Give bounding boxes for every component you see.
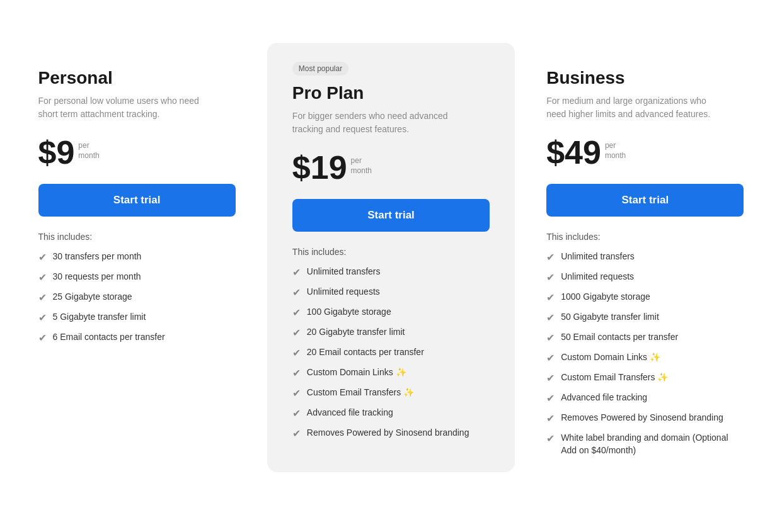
feature-text-personal-3: 5 Gigabyte transfer limit	[53, 311, 146, 324]
check-icon: ✔	[546, 433, 555, 444]
feature-item-pro-1: ✔ Unlimited requests	[292, 286, 490, 298]
feature-item-personal-0: ✔ 30 transfers per month	[38, 251, 236, 263]
check-icon: ✔	[292, 266, 301, 278]
feature-text-pro-1: Unlimited requests	[307, 286, 380, 298]
feature-text-personal-1: 30 requests per month	[53, 271, 141, 283]
check-icon: ✔	[546, 312, 555, 324]
feature-item-business-3: ✔ 50 Gigabyte transfer limit	[546, 311, 744, 324]
includes-label-personal: This includes:	[38, 232, 236, 242]
feature-text-business-3: 50 Gigabyte transfer limit	[561, 311, 659, 324]
start-trial-button-business[interactable]: Start trial	[546, 184, 744, 217]
check-icon: ✔	[546, 271, 555, 283]
feature-list-personal: ✔ 30 transfers per month ✔ 30 requests p…	[38, 251, 236, 344]
check-icon: ✔	[38, 271, 47, 283]
check-icon: ✔	[38, 251, 47, 263]
feature-item-business-5: ✔ Custom Domain Links ✨	[546, 351, 744, 364]
feature-text-pro-2: 100 Gigabyte storage	[307, 306, 391, 319]
feature-item-personal-2: ✔ 25 Gigabyte storage	[38, 291, 236, 303]
check-icon: ✔	[292, 427, 301, 439]
price-row-personal: $9 per month	[38, 136, 236, 169]
feature-text-business-2: 1000 Gigabyte storage	[561, 291, 650, 303]
check-icon: ✔	[546, 251, 555, 263]
feature-text-personal-0: 30 transfers per month	[53, 251, 142, 263]
feature-item-business-8: ✔ Removes Powered by Sinosend branding	[546, 412, 744, 424]
feature-text-business-8: Removes Powered by Sinosend branding	[561, 412, 723, 424]
most-popular-badge: Most popular	[292, 62, 348, 76]
check-icon: ✔	[38, 291, 47, 303]
feature-item-business-2: ✔ 1000 Gigabyte storage	[546, 291, 744, 303]
check-icon: ✔	[546, 392, 555, 404]
feature-item-pro-3: ✔ 20 Gigabyte transfer limit	[292, 326, 490, 339]
price-row-business: $49 per month	[546, 136, 744, 169]
pricing-container: PersonalFor personal low volume users wh…	[13, 49, 769, 483]
check-icon: ✔	[38, 312, 47, 324]
price-period-business: per month	[605, 141, 626, 161]
plan-name-personal: Personal	[38, 68, 236, 88]
feature-text-pro-6: Custom Email Transfers ✨	[307, 387, 414, 399]
plan-card-pro: Most popularPro PlanFor bigger senders w…	[267, 43, 515, 472]
feature-list-business: ✔ Unlimited transfers ✔ Unlimited reques…	[546, 251, 744, 456]
check-icon: ✔	[546, 412, 555, 424]
feature-text-business-7: Advanced file tracking	[561, 392, 647, 404]
check-icon: ✔	[546, 372, 555, 384]
plan-name-business: Business	[546, 68, 744, 88]
feature-item-pro-7: ✔ Advanced file tracking	[292, 407, 490, 419]
check-icon: ✔	[292, 387, 301, 399]
feature-text-business-9: White label branding and domain (Optiona…	[561, 432, 744, 456]
feature-item-business-7: ✔ Advanced file tracking	[546, 392, 744, 404]
feature-item-personal-4: ✔ 6 Email contacts per transfer	[38, 331, 236, 344]
feature-text-pro-8: Removes Powered by Sinosend branding	[307, 427, 469, 439]
plan-name-pro: Pro Plan	[292, 83, 490, 103]
price-amount-business: $49	[546, 136, 601, 169]
feature-item-personal-1: ✔ 30 requests per month	[38, 271, 236, 283]
feature-text-pro-5: Custom Domain Links ✨	[307, 366, 406, 379]
feature-text-business-0: Unlimited transfers	[561, 251, 635, 263]
feature-text-personal-4: 6 Email contacts per transfer	[53, 331, 165, 344]
feature-text-personal-2: 25 Gigabyte storage	[53, 291, 132, 303]
price-period-personal: per month	[78, 141, 99, 161]
check-icon: ✔	[292, 307, 301, 319]
feature-list-pro: ✔ Unlimited transfers ✔ Unlimited reques…	[292, 266, 490, 439]
start-trial-button-pro[interactable]: Start trial	[292, 199, 490, 232]
feature-text-business-5: Custom Domain Links ✨	[561, 351, 660, 364]
price-period-pro: per month	[351, 156, 372, 176]
start-trial-button-personal[interactable]: Start trial	[38, 184, 236, 217]
feature-item-pro-4: ✔ 20 Email contacts per transfer	[292, 346, 490, 359]
check-icon: ✔	[292, 367, 301, 379]
feature-item-business-9: ✔ White label branding and domain (Optio…	[546, 432, 744, 456]
feature-text-pro-7: Advanced file tracking	[307, 407, 393, 419]
feature-item-business-4: ✔ 50 Email contacts per transfer	[546, 331, 744, 344]
plan-description-business: For medium and large organizations who n…	[546, 94, 723, 121]
feature-item-business-0: ✔ Unlimited transfers	[546, 251, 744, 263]
check-icon: ✔	[292, 327, 301, 339]
check-icon: ✔	[546, 291, 555, 303]
check-icon: ✔	[292, 286, 301, 298]
feature-text-business-1: Unlimited requests	[561, 271, 634, 283]
feature-text-business-4: 50 Email contacts per transfer	[561, 331, 678, 344]
plan-card-personal: PersonalFor personal low volume users wh…	[13, 49, 261, 370]
check-icon: ✔	[546, 352, 555, 364]
feature-item-pro-6: ✔ Custom Email Transfers ✨	[292, 387, 490, 399]
feature-item-pro-0: ✔ Unlimited transfers	[292, 266, 490, 278]
price-amount-pro: $19	[292, 151, 347, 184]
includes-label-pro: This includes:	[292, 247, 490, 257]
check-icon: ✔	[292, 347, 301, 359]
feature-item-personal-3: ✔ 5 Gigabyte transfer limit	[38, 311, 236, 324]
check-icon: ✔	[38, 332, 47, 344]
feature-text-business-6: Custom Email Transfers ✨	[561, 371, 668, 384]
feature-text-pro-0: Unlimited transfers	[307, 266, 381, 278]
includes-label-business: This includes:	[546, 232, 744, 242]
plan-card-business: BusinessFor medium and large organizatio…	[521, 49, 769, 483]
plan-description-pro: For bigger senders who need advanced tra…	[292, 110, 469, 136]
feature-item-pro-5: ✔ Custom Domain Links ✨	[292, 366, 490, 379]
feature-text-pro-3: 20 Gigabyte transfer limit	[307, 326, 405, 339]
check-icon: ✔	[292, 407, 301, 419]
feature-item-pro-2: ✔ 100 Gigabyte storage	[292, 306, 490, 319]
price-row-pro: $19 per month	[292, 151, 490, 184]
plan-description-personal: For personal low volume users who need s…	[38, 94, 215, 121]
check-icon: ✔	[546, 332, 555, 344]
feature-item-business-1: ✔ Unlimited requests	[546, 271, 744, 283]
feature-item-pro-8: ✔ Removes Powered by Sinosend branding	[292, 427, 490, 439]
price-amount-personal: $9	[38, 136, 75, 169]
feature-item-business-6: ✔ Custom Email Transfers ✨	[546, 371, 744, 384]
